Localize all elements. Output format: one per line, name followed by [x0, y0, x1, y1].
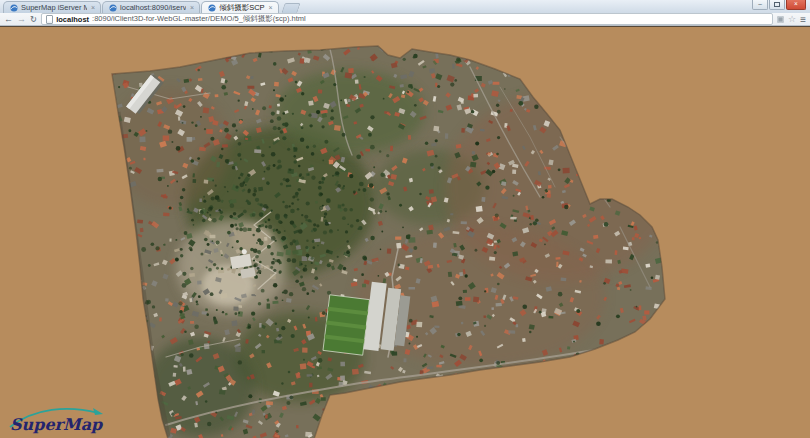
tab-title: localhost:8090/iserver/i: [120, 3, 186, 12]
page-content: SuperMap: [0, 26, 810, 438]
tab-close-icon[interactable]: ×: [91, 4, 95, 11]
close-button[interactable]: ×: [786, 0, 806, 10]
tab-title: 倾斜摄影SCP: [219, 3, 264, 13]
tab-title: SuperMap iServer Man: [21, 3, 87, 12]
browser-toolbar: ← → ↻ localhost:8090/iClient3D-for-WebGL…: [0, 13, 810, 26]
supermap-favicon-icon: [10, 4, 18, 12]
tab-oblique-photography-scp[interactable]: 倾斜摄影SCP ×: [201, 1, 279, 13]
extension-icon[interactable]: [777, 16, 784, 23]
supermap-favicon-icon: [109, 4, 117, 12]
page-icon: [46, 15, 53, 24]
tab-localhost-iserver[interactable]: localhost:8090/iserver/i ×: [102, 1, 200, 13]
new-tab-button[interactable]: [281, 3, 300, 13]
tab-list: SuperMap iServer Man × localhost:8090/is…: [3, 1, 299, 13]
back-button[interactable]: ←: [4, 15, 13, 24]
menu-icon[interactable]: ≡: [800, 15, 806, 24]
reload-button[interactable]: ↻: [30, 15, 37, 24]
url-path: :8090/iClient3D-for-WebGL-master/DEMO/5_…: [92, 14, 306, 24]
minimize-button[interactable]: –: [752, 0, 768, 10]
supermap-favicon-icon: [208, 4, 216, 12]
logo-arrow-icon: [93, 408, 103, 415]
tab-close-icon[interactable]: ×: [190, 4, 194, 11]
map-3d-scene[interactable]: [0, 27, 810, 438]
address-bar[interactable]: localhost:8090/iClient3D-for-WebGL-maste…: [41, 13, 773, 25]
soccer-field: [323, 295, 370, 355]
tab-strip: SuperMap iServer Man × localhost:8090/is…: [0, 0, 810, 13]
bookmark-star-icon[interactable]: ☆: [788, 15, 796, 24]
url-host: localhost: [56, 15, 89, 24]
tab-supermap-iserver-manager[interactable]: SuperMap iServer Man ×: [3, 1, 101, 13]
forward-button[interactable]: →: [17, 15, 26, 24]
maximize-icon: [774, 2, 780, 7]
supermap-logo: SuperMap: [6, 405, 118, 435]
tab-close-icon[interactable]: ×: [269, 4, 273, 11]
maximize-button[interactable]: [769, 0, 785, 10]
browser-window: SuperMap iServer Man × localhost:8090/is…: [0, 0, 810, 438]
window-controls: – ×: [751, 0, 806, 10]
logo-text: SuperMap: [10, 415, 104, 434]
